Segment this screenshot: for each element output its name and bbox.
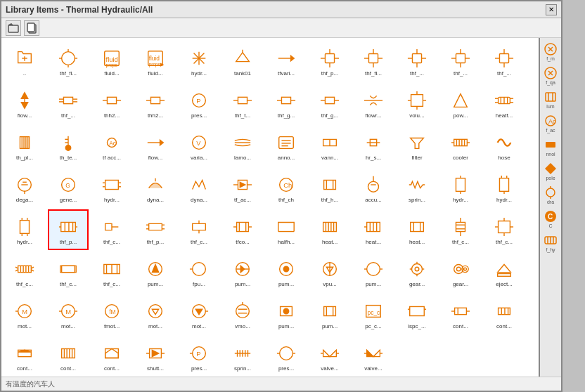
grid-item-62[interactable]: thf_c... — [48, 251, 89, 292]
grid-item-91[interactable]: pres... — [266, 336, 307, 377]
grid-item-6[interactable]: tank01 — [222, 41, 263, 81]
right-panel-item-pole[interactable]: pole — [541, 160, 560, 181]
grid-item-68[interactable]: vpu... — [309, 251, 350, 292]
grid-item-40[interactable]: dyna... — [135, 167, 176, 208]
grid-item-34[interactable]: filter — [397, 125, 437, 166]
grid-item-4[interactable]: fluid props▶ fluid... — [135, 41, 176, 81]
grid-item-92[interactable]: valve... — [309, 336, 350, 377]
grid-item-52[interactable]: thf_p... — [135, 209, 176, 250]
grid-item-69[interactable]: pum... — [353, 251, 394, 292]
grid-item-3[interactable]: fluid props fluid... — [91, 41, 132, 81]
grid-item-89[interactable]: P pres... — [179, 336, 219, 377]
grid-item-66[interactable]: pum... — [222, 251, 263, 292]
grid-item-82[interactable]: lspc_... — [397, 294, 437, 334]
grid-item-5[interactable]: hydr... — [179, 41, 219, 81]
grid-item-65[interactable]: fpu... — [179, 251, 219, 292]
grid-item-48[interactable]: hydr... — [484, 167, 525, 208]
grid-item-14[interactable]: thf_... — [48, 83, 89, 124]
close-button[interactable]: ✕ — [546, 4, 557, 15]
grid-item-58[interactable]: heat... — [397, 209, 437, 250]
right-panel-item-c[interactable]: C C — [541, 208, 560, 229]
grid-item-10[interactable]: thf_... — [397, 41, 437, 81]
grid-item-32[interactable]: vann... — [309, 125, 350, 166]
grid-item-85[interactable]: cont... — [4, 336, 45, 377]
grid-item-25[interactable]: th_pl... — [4, 125, 45, 166]
grid-item-80[interactable]: pum... — [309, 294, 350, 334]
grid-item-63[interactable]: thf_c... — [91, 251, 132, 292]
grid-item-29[interactable]: V varia... — [179, 125, 219, 166]
grid-item-77[interactable]: mot... — [179, 294, 219, 334]
grid-item-81[interactable]: pc_c pc_c... — [353, 294, 394, 334]
grid-item-71[interactable]: gear... — [440, 251, 481, 292]
grid-item-42[interactable]: tf_ac... — [222, 167, 263, 208]
grid-item-76[interactable]: mot... — [135, 294, 176, 334]
grid-item-88[interactable]: shutt... — [135, 336, 176, 377]
grid-item-70[interactable]: gear... — [397, 251, 437, 292]
right-panel-item-fhy[interactable]: f_hy — [541, 232, 560, 253]
grid-item-41[interactable]: dyna... — [179, 167, 219, 208]
grid-item-73[interactable]: M mot... — [4, 294, 45, 334]
grid-item-18[interactable]: thf_t... — [222, 83, 263, 124]
grid-item-39[interactable]: hydr... — [91, 167, 132, 208]
grid-item-47[interactable]: hydr... — [440, 167, 481, 208]
grid-item-2[interactable]: thf_fl... — [48, 41, 89, 81]
grid-item-90[interactable]: sprin... — [222, 336, 263, 377]
grid-item-75[interactable]: fM fmot... — [91, 294, 132, 334]
grid-item-24[interactable]: heatf... — [484, 83, 525, 124]
grid-item-87[interactable]: cont... — [91, 336, 132, 377]
right-panel-item-dra[interactable]: dra — [541, 184, 560, 205]
grid-item-1[interactable]: .. — [4, 41, 45, 81]
grid-item-55[interactable]: halfh... — [266, 209, 307, 250]
grid-item-20[interactable]: thf_g... — [309, 83, 350, 124]
grid-item-84[interactable]: cont... — [484, 294, 525, 334]
grid-item-31[interactable]: anno... — [266, 125, 307, 166]
grid-item-36[interactable]: hose — [484, 125, 525, 166]
right-panel-item-fac[interactable]: Ac f_ac — [541, 112, 560, 133]
right-panel-item-fm[interactable]: f_m — [541, 41, 560, 62]
grid-item-30[interactable]: lamo... — [222, 125, 263, 166]
grid-item-35[interactable]: cooler — [440, 125, 481, 166]
grid-item-16[interactable]: thh2... — [135, 83, 176, 124]
grid-item-93[interactable]: valve... — [353, 336, 394, 377]
grid-item-64[interactable]: pum... — [135, 251, 176, 292]
grid-item-44[interactable]: thf_h... — [309, 167, 350, 208]
right-panel-item-nnol[interactable]: nnol — [541, 136, 560, 157]
grid-item-60[interactable]: thf_c... — [484, 209, 525, 250]
right-panel-item-fqa[interactable]: f_qa — [541, 65, 560, 86]
grid-item-43[interactable]: Ch thf_ch — [266, 167, 307, 208]
grid-item-46[interactable]: sprin... — [397, 167, 437, 208]
grid-item-78[interactable]: vmo... — [222, 294, 263, 334]
copy-button[interactable] — [24, 20, 39, 36]
right-panel-item-lum[interactable]: lum — [541, 89, 560, 110]
grid-item-28[interactable]: flow... — [135, 125, 176, 166]
grid-item-12[interactable]: thf_... — [484, 41, 525, 81]
open-folder-button[interactable] — [6, 20, 21, 36]
grid-item-7[interactable]: tfvari... — [266, 41, 307, 81]
grid-item-59[interactable]: thf_c... — [440, 209, 481, 250]
grid-item-79[interactable]: pum... — [266, 294, 307, 334]
grid-item-17[interactable]: P pres... — [179, 83, 219, 124]
grid-item-9[interactable]: thf_fl... — [353, 41, 394, 81]
grid-item-45[interactable]: accu... — [353, 167, 394, 208]
grid-item-8[interactable]: thf_p... — [309, 41, 350, 81]
grid-item-22[interactable]: volu... — [397, 83, 437, 124]
grid-item-38[interactable]: G gene... — [48, 167, 89, 208]
grid-item-57[interactable]: heat... — [353, 209, 394, 250]
grid-item-19[interactable]: thf_g... — [266, 83, 307, 124]
grid-item-67[interactable]: pum... — [266, 251, 307, 292]
grid-item-51[interactable]: thf_c... — [91, 209, 132, 250]
grid-item-86[interactable]: cont... — [48, 336, 89, 377]
grid-item-72[interactable]: eject... — [484, 251, 525, 292]
grid-item-49[interactable]: hydr... — [4, 209, 45, 250]
grid-item-13[interactable]: flow... — [4, 83, 45, 124]
grid-item-26[interactable]: th_te... — [48, 125, 89, 166]
grid-item-15[interactable]: thh2... — [91, 83, 132, 124]
library-grid[interactable]: .. thf_fl... fluid props fluid... fluid … — [1, 38, 539, 377]
grid-item-37[interactable]: dega... — [4, 167, 45, 208]
grid-item-61[interactable]: thf_c... — [4, 251, 45, 292]
grid-item-23[interactable]: pow... — [440, 83, 481, 124]
grid-item-50[interactable]: thf_p... — [48, 209, 89, 250]
grid-item-11[interactable]: thf_... — [440, 41, 481, 81]
grid-item-53[interactable]: thf_c... — [179, 209, 219, 250]
grid-item-54[interactable]: tfco... — [222, 209, 263, 250]
